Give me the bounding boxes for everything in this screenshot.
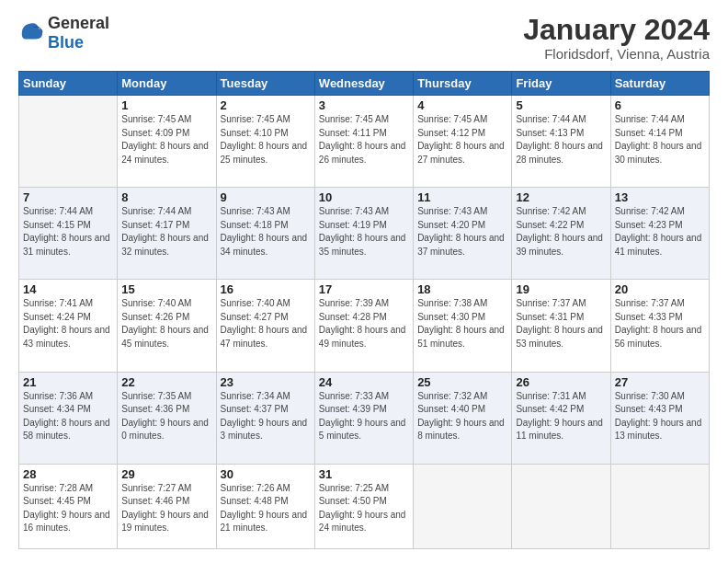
day-detail: Sunrise: 7:45 AM Sunset: 4:09 PM Dayligh… (121, 113, 211, 167)
day-number: 19 (516, 282, 606, 296)
page: General Blue January 2024 Floridsdorf, V… (0, 0, 728, 563)
day-number: 5 (516, 98, 606, 112)
day-detail: Sunrise: 7:32 AM Sunset: 4:40 PM Dayligh… (417, 390, 507, 443)
day-detail: Sunrise: 7:42 AM Sunset: 4:23 PM Dayligh… (615, 205, 705, 259)
day-number: 14 (23, 282, 113, 296)
calendar-cell: 26Sunrise: 7:31 AM Sunset: 4:42 PM Dayli… (512, 372, 610, 464)
day-number: 7 (23, 190, 113, 204)
day-detail: Sunrise: 7:34 AM Sunset: 4:37 PM Dayligh… (221, 390, 311, 443)
day-number: 25 (417, 375, 507, 389)
day-detail: Sunrise: 7:33 AM Sunset: 4:39 PM Dayligh… (319, 390, 409, 443)
day-detail: Sunrise: 7:31 AM Sunset: 4:42 PM Dayligh… (516, 390, 606, 443)
day-detail: Sunrise: 7:37 AM Sunset: 4:31 PM Dayligh… (516, 297, 606, 350)
day-number: 27 (615, 375, 705, 389)
day-detail: Sunrise: 7:36 AM Sunset: 4:34 PM Dayligh… (23, 390, 113, 443)
day-detail: Sunrise: 7:45 AM Sunset: 4:11 PM Dayligh… (319, 113, 409, 167)
day-detail: Sunrise: 7:44 AM Sunset: 4:15 PM Dayligh… (23, 205, 113, 259)
day-number: 31 (319, 467, 409, 481)
day-detail: Sunrise: 7:43 AM Sunset: 4:19 PM Dayligh… (319, 205, 409, 259)
calendar-cell: 29Sunrise: 7:27 AM Sunset: 4:46 PM Dayli… (118, 464, 216, 548)
day-number: 28 (23, 467, 113, 481)
day-detail: Sunrise: 7:44 AM Sunset: 4:13 PM Dayligh… (516, 113, 606, 167)
day-number: 12 (516, 190, 606, 204)
day-number: 21 (23, 375, 113, 389)
calendar-cell: 23Sunrise: 7:34 AM Sunset: 4:37 PM Dayli… (216, 372, 314, 464)
day-detail: Sunrise: 7:37 AM Sunset: 4:33 PM Dayligh… (615, 297, 705, 350)
logo-blue: Blue (48, 33, 84, 52)
calendar-cell: 8Sunrise: 7:44 AM Sunset: 4:17 PM Daylig… (118, 188, 216, 280)
calendar-cell: 1Sunrise: 7:45 AM Sunset: 4:09 PM Daylig… (118, 96, 216, 188)
week-row-3: 14Sunrise: 7:41 AM Sunset: 4:24 PM Dayli… (19, 280, 710, 372)
day-detail: Sunrise: 7:27 AM Sunset: 4:46 PM Dayligh… (121, 482, 211, 535)
calendar-cell: 3Sunrise: 7:45 AM Sunset: 4:11 PM Daylig… (314, 96, 413, 188)
day-number: 2 (221, 98, 311, 112)
day-detail: Sunrise: 7:43 AM Sunset: 4:20 PM Dayligh… (417, 205, 507, 259)
calendar-cell: 14Sunrise: 7:41 AM Sunset: 4:24 PM Dayli… (19, 280, 118, 372)
header-tuesday: Tuesday (216, 72, 314, 96)
header-thursday: Thursday (414, 72, 512, 96)
calendar-cell: 16Sunrise: 7:40 AM Sunset: 4:27 PM Dayli… (216, 280, 314, 372)
day-detail: Sunrise: 7:39 AM Sunset: 4:28 PM Dayligh… (319, 297, 409, 350)
calendar-cell: 11Sunrise: 7:43 AM Sunset: 4:20 PM Dayli… (414, 188, 512, 280)
day-detail: Sunrise: 7:26 AM Sunset: 4:48 PM Dayligh… (221, 482, 311, 535)
header: General Blue January 2024 Floridsdorf, V… (18, 14, 710, 62)
header-monday: Monday (118, 72, 216, 96)
calendar-cell: 22Sunrise: 7:35 AM Sunset: 4:36 PM Dayli… (118, 372, 216, 464)
day-number: 4 (417, 98, 507, 112)
calendar-cell: 31Sunrise: 7:25 AM Sunset: 4:50 PM Dayli… (314, 464, 413, 548)
day-detail: Sunrise: 7:44 AM Sunset: 4:17 PM Dayligh… (121, 205, 211, 259)
calendar-cell: 5Sunrise: 7:44 AM Sunset: 4:13 PM Daylig… (512, 96, 610, 188)
day-number: 23 (221, 375, 311, 389)
day-detail: Sunrise: 7:40 AM Sunset: 4:26 PM Dayligh… (121, 297, 211, 350)
header-sunday: Sunday (19, 72, 118, 96)
day-number: 3 (319, 98, 409, 112)
day-detail: Sunrise: 7:35 AM Sunset: 4:36 PM Dayligh… (121, 390, 211, 443)
calendar-cell: 30Sunrise: 7:26 AM Sunset: 4:48 PM Dayli… (216, 464, 314, 548)
title-block: January 2024 Floridsdorf, Vienna, Austri… (523, 14, 710, 62)
calendar-cell: 24Sunrise: 7:33 AM Sunset: 4:39 PM Dayli… (314, 372, 413, 464)
day-number: 16 (221, 282, 311, 296)
logo: General Blue (18, 14, 109, 52)
calendar-cell: 7Sunrise: 7:44 AM Sunset: 4:15 PM Daylig… (19, 188, 118, 280)
day-number: 17 (319, 282, 409, 296)
calendar-cell: 13Sunrise: 7:42 AM Sunset: 4:23 PM Dayli… (610, 188, 709, 280)
day-number: 24 (319, 375, 409, 389)
calendar-cell: 27Sunrise: 7:30 AM Sunset: 4:43 PM Dayli… (610, 372, 709, 464)
day-number: 11 (417, 190, 507, 204)
calendar-cell: 10Sunrise: 7:43 AM Sunset: 4:19 PM Dayli… (314, 188, 413, 280)
calendar-table: Sunday Monday Tuesday Wednesday Thursday… (18, 71, 710, 549)
day-number: 22 (121, 375, 211, 389)
calendar-cell: 17Sunrise: 7:39 AM Sunset: 4:28 PM Dayli… (314, 280, 413, 372)
logo-icon (18, 20, 44, 46)
calendar-cell: 9Sunrise: 7:43 AM Sunset: 4:18 PM Daylig… (216, 188, 314, 280)
day-detail: Sunrise: 7:30 AM Sunset: 4:43 PM Dayligh… (615, 390, 705, 443)
day-detail: Sunrise: 7:44 AM Sunset: 4:14 PM Dayligh… (615, 113, 705, 167)
day-detail: Sunrise: 7:28 AM Sunset: 4:45 PM Dayligh… (23, 482, 113, 535)
day-detail: Sunrise: 7:38 AM Sunset: 4:30 PM Dayligh… (417, 297, 507, 350)
day-number: 15 (121, 282, 211, 296)
day-number: 30 (221, 467, 311, 481)
day-number: 29 (121, 467, 211, 481)
calendar-cell: 21Sunrise: 7:36 AM Sunset: 4:34 PM Dayli… (19, 372, 118, 464)
logo-text: General Blue (48, 14, 109, 52)
week-row-5: 28Sunrise: 7:28 AM Sunset: 4:45 PM Dayli… (19, 464, 710, 548)
day-number: 9 (221, 190, 311, 204)
day-number: 8 (121, 190, 211, 204)
calendar-title: January 2024 (523, 14, 710, 46)
day-detail: Sunrise: 7:43 AM Sunset: 4:18 PM Dayligh… (221, 205, 311, 259)
calendar-cell: 2Sunrise: 7:45 AM Sunset: 4:10 PM Daylig… (216, 96, 314, 188)
header-wednesday: Wednesday (314, 72, 413, 96)
calendar-cell (19, 96, 118, 188)
calendar-cell: 20Sunrise: 7:37 AM Sunset: 4:33 PM Dayli… (610, 280, 709, 372)
calendar-cell (512, 464, 610, 548)
day-detail: Sunrise: 7:45 AM Sunset: 4:10 PM Dayligh… (221, 113, 311, 167)
calendar-cell: 12Sunrise: 7:42 AM Sunset: 4:22 PM Dayli… (512, 188, 610, 280)
calendar-cell: 6Sunrise: 7:44 AM Sunset: 4:14 PM Daylig… (610, 96, 709, 188)
day-detail: Sunrise: 7:42 AM Sunset: 4:22 PM Dayligh… (516, 205, 606, 259)
day-detail: Sunrise: 7:40 AM Sunset: 4:27 PM Dayligh… (221, 297, 311, 350)
calendar-cell: 4Sunrise: 7:45 AM Sunset: 4:12 PM Daylig… (414, 96, 512, 188)
day-detail: Sunrise: 7:45 AM Sunset: 4:12 PM Dayligh… (417, 113, 507, 167)
calendar-cell: 25Sunrise: 7:32 AM Sunset: 4:40 PM Dayli… (414, 372, 512, 464)
day-number: 13 (615, 190, 705, 204)
calendar-subtitle: Floridsdorf, Vienna, Austria (523, 46, 710, 62)
